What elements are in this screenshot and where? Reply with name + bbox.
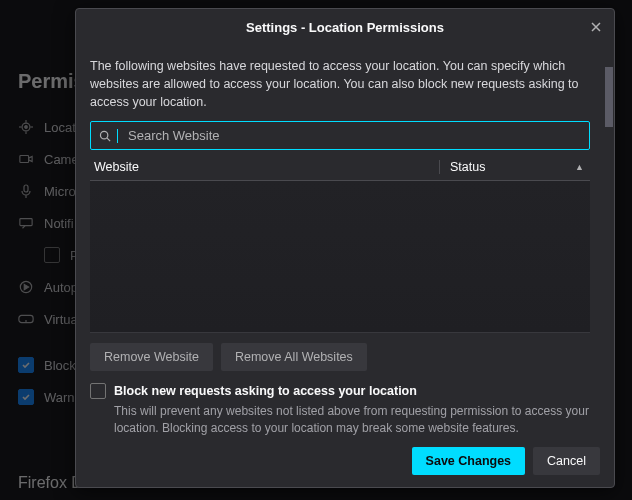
block-new-requests-checkbox[interactable] [90,383,106,399]
search-input[interactable] [126,127,581,144]
column-status[interactable]: Status ▲ [439,160,590,174]
column-website[interactable]: Website [94,160,439,174]
text-cursor [117,129,118,143]
dialog-description: The following websites have requested to… [90,57,592,111]
remove-buttons-row: Remove Website Remove All Websites [90,343,600,371]
websites-table-header: Website Status ▲ [90,160,590,181]
svg-line-12 [107,138,110,141]
dialog-title: Settings - Location Permissions [246,20,444,35]
sort-indicator-icon: ▲ [575,162,584,172]
dialog-titlebar: Settings - Location Permissions [76,9,614,45]
close-button[interactable] [584,15,608,39]
dialog-actions: Save Changes Cancel [76,437,614,487]
search-icon [99,130,111,142]
search-field[interactable] [90,121,590,150]
close-icon [590,21,602,33]
remove-all-websites-button[interactable]: Remove All Websites [221,343,367,371]
remove-website-button[interactable]: Remove Website [90,343,213,371]
svg-point-11 [100,131,107,138]
save-changes-button[interactable]: Save Changes [412,447,525,475]
scrollbar-thumb[interactable] [605,67,613,127]
block-new-requests-description: This will prevent any websites not liste… [114,403,590,437]
location-permissions-dialog: Settings - Location Permissions The foll… [75,8,615,488]
cancel-button[interactable]: Cancel [533,447,600,475]
block-new-requests-row[interactable]: Block new requests asking to access your… [90,383,600,399]
column-status-label: Status [450,160,485,174]
websites-table-body [90,181,590,333]
dialog-body: The following websites have requested to… [76,45,614,437]
dialog-scrollbar[interactable] [604,45,614,437]
block-new-requests-label: Block new requests asking to access your… [114,384,417,398]
